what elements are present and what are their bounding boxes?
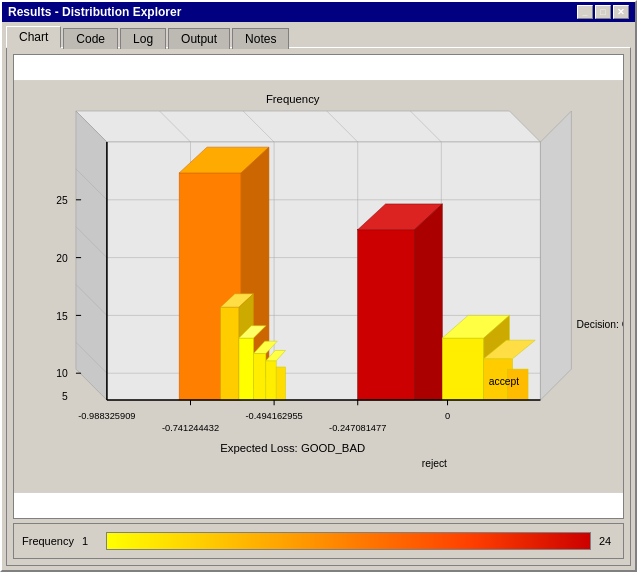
svg-text:15: 15 bbox=[56, 311, 68, 322]
window-title: Results - Distribution Explorer bbox=[8, 5, 181, 19]
tab-notes[interactable]: Notes bbox=[232, 28, 289, 49]
svg-text:accept: accept bbox=[489, 376, 520, 387]
svg-rect-47 bbox=[442, 338, 483, 400]
svg-rect-31 bbox=[358, 230, 415, 400]
svg-marker-1 bbox=[76, 111, 540, 142]
svg-text:25: 25 bbox=[56, 195, 68, 206]
svg-text:-0.741244432: -0.741244432 bbox=[162, 423, 219, 433]
svg-text:0: 0 bbox=[445, 411, 450, 421]
legend-min-value: 1 bbox=[82, 535, 98, 547]
svg-text:-0.988325909: -0.988325909 bbox=[78, 411, 135, 421]
svg-text:Decision: GOOD_BAD: Decision: GOOD_BAD bbox=[577, 319, 623, 330]
svg-text:reject: reject bbox=[422, 458, 447, 469]
svg-text:20: 20 bbox=[56, 253, 68, 264]
content-area: Frequency 25 20 15 10 5 bbox=[6, 47, 631, 566]
legend-max-value: 24 bbox=[599, 535, 615, 547]
tab-output[interactable]: Output bbox=[168, 28, 230, 49]
title-bar: Results - Distribution Explorer _ □ ✕ bbox=[2, 2, 635, 22]
close-button[interactable]: ✕ bbox=[613, 5, 629, 19]
svg-rect-37 bbox=[220, 307, 239, 400]
main-window: Results - Distribution Explorer _ □ ✕ Ch… bbox=[0, 0, 637, 572]
svg-marker-21 bbox=[540, 111, 571, 400]
minimize-button[interactable]: _ bbox=[577, 5, 593, 19]
tab-bar: Chart Code Log Output Notes bbox=[2, 22, 635, 47]
svg-text:-0.247081477: -0.247081477 bbox=[329, 423, 386, 433]
tab-chart[interactable]: Chart bbox=[6, 26, 61, 48]
legend-area: Frequency 1 24 bbox=[13, 523, 624, 559]
legend-gradient bbox=[106, 532, 591, 550]
y-axis-label: Frequency bbox=[266, 93, 320, 105]
svg-rect-42 bbox=[253, 354, 265, 400]
svg-rect-46 bbox=[276, 367, 285, 400]
svg-text:5: 5 bbox=[62, 391, 68, 402]
svg-text:-0.494162955: -0.494162955 bbox=[246, 411, 303, 421]
tab-code[interactable]: Code bbox=[63, 28, 118, 49]
svg-marker-33 bbox=[414, 204, 442, 400]
svg-text:Expected Loss: GOOD_BAD: Expected Loss: GOOD_BAD bbox=[220, 442, 365, 454]
svg-marker-7 bbox=[76, 111, 107, 400]
maximize-button[interactable]: □ bbox=[595, 5, 611, 19]
window-controls: _ □ ✕ bbox=[577, 5, 629, 19]
tab-log[interactable]: Log bbox=[120, 28, 166, 49]
svg-rect-44 bbox=[266, 361, 276, 400]
svg-text:10: 10 bbox=[56, 368, 68, 379]
chart-area: Frequency 25 20 15 10 5 bbox=[13, 54, 624, 519]
svg-rect-40 bbox=[239, 338, 253, 400]
chart-svg: Frequency 25 20 15 10 5 bbox=[14, 55, 623, 518]
legend-title: Frequency bbox=[22, 535, 74, 547]
